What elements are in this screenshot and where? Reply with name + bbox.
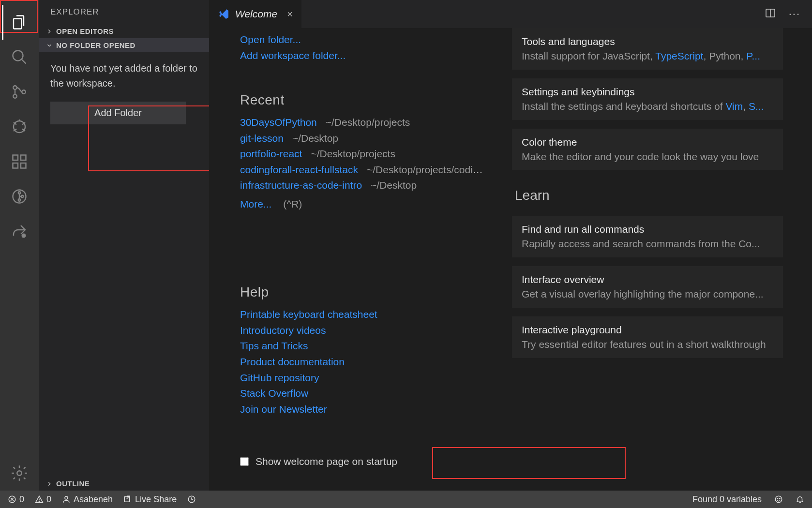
recent-heading: Recent [240, 92, 483, 108]
svg-rect-13 [21, 163, 26, 168]
recent-item-path: ~/Desktop/projects/codin... [367, 164, 483, 175]
recent-item-path: ~/Desktop [292, 133, 338, 144]
recent-item-path: ~/Desktop/projects [326, 117, 410, 128]
no-folder-label: NO FOLDER OPENED [56, 41, 135, 49]
recent-item-name[interactable]: portfolio-react [240, 148, 302, 159]
recent-item[interactable]: codingforall-react-fullstack~/Desktop/pr… [240, 162, 483, 178]
debug-icon[interactable] [2, 109, 37, 144]
no-folder-message: You have not yet added a folder to the w… [39, 52, 209, 102]
card-desc: Rapidly access and search commands from … [522, 238, 773, 250]
card-desc: Try essential editor features out in a s… [522, 339, 773, 350]
explorer-icon[interactable] [2, 5, 37, 40]
recent-item-name[interactable]: git-lesson [240, 133, 284, 144]
split-editor-icon[interactable] [765, 7, 776, 21]
search-icon[interactable] [2, 40, 37, 75]
svg-point-32 [775, 496, 782, 503]
help-link[interactable]: Introductory videos [240, 325, 326, 336]
warnings-item[interactable]: 0 [35, 494, 51, 505]
close-tab-icon[interactable]: × [283, 9, 293, 20]
recent-item-name[interactable]: 30DaysOfPython [240, 117, 317, 128]
tab-title: Welcome [235, 8, 277, 20]
recent-item-name[interactable]: codingforall-react-fullstack [240, 164, 358, 175]
svg-rect-14 [21, 155, 26, 161]
vscode-icon [218, 8, 229, 20]
user-item[interactable]: Asabeneh [62, 494, 113, 505]
open-folder-link[interactable]: Open folder... [240, 34, 301, 45]
user-name: Asabeneh [74, 494, 113, 505]
help-link[interactable]: GitHub repository [240, 372, 319, 383]
add-workspace-link[interactable]: Add workspace folder... [240, 50, 346, 61]
svg-point-4 [22, 90, 26, 94]
startup-checkbox-row[interactable]: Show welcome page on startup [240, 456, 483, 467]
help-link[interactable]: Tips and Tricks [240, 340, 308, 351]
svg-point-34 [780, 498, 781, 499]
tab-bar: Welcome × ··· [209, 0, 812, 28]
errors-count: 0 [19, 494, 24, 505]
theme-card[interactable]: Color theme Make the editor and your cod… [512, 129, 783, 170]
svg-point-3 [13, 94, 17, 98]
card-title: Find and run all commands [522, 224, 773, 235]
git-graph-icon[interactable] [2, 179, 37, 214]
recent-item[interactable]: git-lesson~/Desktop [240, 131, 483, 147]
interface-card[interactable]: Interface overview Get a visual overlay … [512, 266, 783, 308]
card-title: Color theme [522, 136, 773, 148]
svg-point-2 [13, 86, 17, 90]
tools-card[interactable]: Tools and languages Install support for … [512, 28, 783, 70]
svg-point-5 [14, 121, 25, 133]
svg-rect-11 [13, 155, 18, 161]
recent-item-path: ~/Desktop [371, 179, 417, 191]
more-actions-icon[interactable]: ··· [789, 8, 800, 20]
svg-point-18 [21, 195, 24, 198]
recent-item[interactable]: portfolio-react~/Desktop/projects [240, 146, 483, 162]
welcome-body: Open folder... Add workspace folder... R… [209, 28, 812, 491]
commands-card[interactable]: Find and run all commands Rapidly access… [512, 216, 783, 257]
help-link[interactable]: Printable keyboard cheatsheet [240, 309, 377, 320]
card-title: Interactive playground [522, 324, 773, 336]
help-link[interactable]: Stack Overflow [240, 388, 308, 399]
activity-bar [0, 0, 39, 491]
bell-icon[interactable] [796, 495, 804, 504]
variables-item[interactable]: Found 0 variables [692, 494, 762, 505]
outline-header[interactable]: OUTLINE [39, 477, 209, 491]
playground-card[interactable]: Interactive playground Try essential edi… [512, 316, 783, 358]
open-editors-header[interactable]: OPEN EDITORS [39, 24, 209, 38]
add-folder-button[interactable]: Add Folder [50, 102, 186, 124]
history-item[interactable] [187, 495, 196, 504]
card-title: Tools and languages [522, 36, 773, 47]
errors-item[interactable]: 0 [8, 494, 24, 505]
explorer-sidebar: EXPLORER OPEN EDITORS NO FOLDER OPENED Y… [39, 0, 209, 491]
feedback-icon[interactable] [774, 495, 783, 504]
open-editors-label: OPEN EDITORS [56, 27, 114, 35]
settings-card[interactable]: Settings and keybindings Install the set… [512, 78, 783, 120]
recent-more-link[interactable]: More... [240, 198, 271, 209]
help-link[interactable]: Join our Newsletter [240, 403, 327, 415]
svg-line-1 [22, 60, 26, 64]
variables-label: Found 0 variables [692, 494, 762, 505]
source-control-icon[interactable] [2, 75, 37, 109]
sidebar-title: EXPLORER [39, 0, 209, 24]
svg-point-16 [18, 192, 21, 194]
card-desc: Make the editor and your code look the w… [522, 151, 773, 163]
live-share-label: Live Share [135, 494, 177, 505]
chevron-right-icon [45, 28, 53, 35]
startup-checkbox[interactable] [240, 457, 249, 466]
recent-item-name[interactable]: infrastructure-as-code-intro [240, 179, 362, 191]
no-folder-header[interactable]: NO FOLDER OPENED [39, 38, 209, 52]
live-share-item[interactable]: Live Share [123, 494, 177, 505]
tab-actions: ··· [765, 0, 812, 28]
card-desc: Install the settings and keyboard shortc… [522, 101, 773, 112]
recent-item[interactable]: infrastructure-as-code-intro~/Desktop [240, 178, 483, 194]
recent-more-shortcut: (^R) [283, 198, 302, 209]
settings-gear-icon[interactable] [2, 456, 37, 491]
svg-rect-29 [124, 497, 130, 502]
status-bar: 0 0 Asabeneh Live Share Found 0 variable… [0, 491, 812, 508]
svg-point-20 [17, 471, 22, 476]
welcome-tab[interactable]: Welcome × [209, 0, 301, 28]
recent-item[interactable]: 30DaysOfPython~/Desktop/projects [240, 115, 483, 131]
help-link[interactable]: Product documentation [240, 356, 345, 367]
chevron-down-icon [45, 42, 53, 49]
svg-point-0 [13, 51, 23, 61]
svg-point-28 [65, 496, 68, 499]
live-share-icon[interactable] [2, 214, 37, 249]
extensions-icon[interactable] [2, 144, 37, 179]
